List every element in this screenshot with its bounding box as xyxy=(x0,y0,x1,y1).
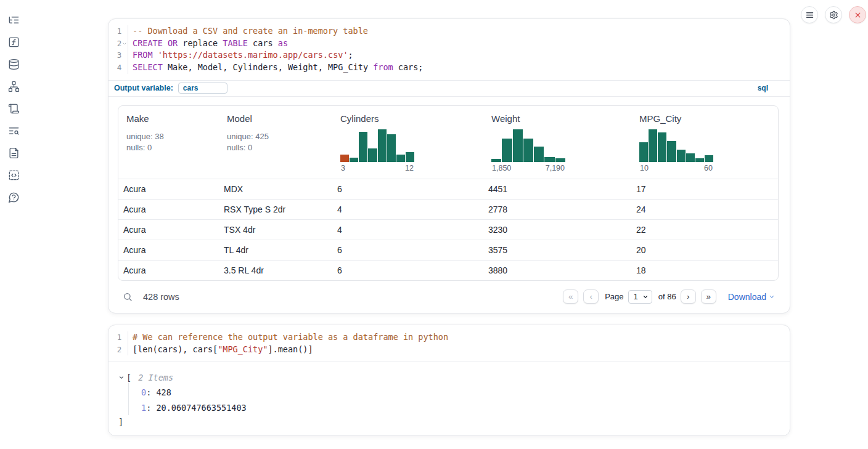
logs-icon[interactable] xyxy=(7,124,20,137)
gutter: 1 xyxy=(108,25,128,38)
settings-gear-icon xyxy=(829,10,838,20)
python-code-editor[interactable]: 1# We can reference the output variable … xyxy=(108,325,790,362)
function-icon[interactable] xyxy=(7,35,20,49)
chevron-down-icon xyxy=(769,294,775,300)
axis-label: 10 xyxy=(640,164,649,172)
code-text[interactable]: FROM 'https://datasets.marimo.app/cars.c… xyxy=(128,49,353,62)
column-histogram[interactable]: 312 xyxy=(340,129,414,172)
column-header[interactable]: Cylinders312 xyxy=(332,113,483,172)
line-number: 1 xyxy=(108,25,121,38)
table-cell: 4 xyxy=(332,204,483,214)
histogram-bar xyxy=(649,129,657,162)
last-page-button[interactable]: » xyxy=(701,289,716,304)
page-select[interactable]: 1 xyxy=(628,290,652,304)
table-row[interactable]: AcuraRSX Type S 2dr4277824 xyxy=(118,199,778,219)
menu-button[interactable] xyxy=(801,6,818,23)
histogram-bar xyxy=(491,159,501,162)
database-icon[interactable] xyxy=(7,57,20,71)
column-header[interactable]: Makeunique: 38nulls: 0 xyxy=(118,113,219,172)
code-text[interactable]: CREATE OR replace TABLE cars as xyxy=(128,38,288,50)
window-controls xyxy=(801,6,866,23)
histogram-bar xyxy=(406,152,414,162)
stat-line: unique: 38 xyxy=(126,132,213,141)
column-header[interactable]: Modelunique: 425nulls: 0 xyxy=(219,113,332,172)
table-footer: 428 rows « ‹ Page 1 of 86 › » Download xyxy=(108,281,790,313)
table-cell: 20 xyxy=(631,245,778,255)
column-header[interactable]: Weight1,8507,190 xyxy=(483,113,631,172)
table-cell: 17 xyxy=(631,184,778,194)
download-button[interactable]: Download xyxy=(728,292,775,302)
sql-code-editor[interactable]: 1-- Download a CSV and create an in-memo… xyxy=(108,19,790,80)
histogram-bar xyxy=(340,155,349,162)
histogram-bar xyxy=(387,134,396,162)
settings-button[interactable] xyxy=(825,6,842,23)
search-icon[interactable] xyxy=(123,292,133,302)
output-variable-input[interactable] xyxy=(178,83,227,94)
column-stats: unique: 425nulls: 0 xyxy=(227,132,326,152)
histogram-bar xyxy=(534,147,544,162)
line-number: 2 xyxy=(108,344,121,356)
output-variable-bar: Output variable: sql xyxy=(108,80,790,96)
column-histogram[interactable]: 1060 xyxy=(639,129,713,172)
histogram-bar xyxy=(359,132,367,162)
column-header[interactable]: MPG_City1060 xyxy=(631,113,778,172)
file-tree-icon[interactable] xyxy=(7,13,20,26)
code-text[interactable]: SELECT Make, Model, Cylinders, Weight, M… xyxy=(128,62,423,74)
histogram-axis: 1060 xyxy=(639,164,713,172)
help-icon[interactable] xyxy=(7,190,20,204)
histogram-bar xyxy=(705,155,713,162)
axis-label: 3 xyxy=(341,164,345,172)
code-text[interactable]: -- Download a CSV and create an in-memor… xyxy=(128,25,368,38)
sql-cell-output: Makeunique: 38nulls: 0Modelunique: 425nu… xyxy=(108,96,790,313)
code-text[interactable]: [len(cars), cars["MPG_City"].mean()] xyxy=(128,344,313,356)
entry-value: 20.060747663551403 xyxy=(156,403,246,413)
items-count-label: 2 Items xyxy=(138,373,173,382)
gutter: 3 xyxy=(108,49,128,62)
table-cell: 3230 xyxy=(483,225,631,235)
next-page-button[interactable]: › xyxy=(681,289,696,304)
stat-line: nulls: 0 xyxy=(126,143,213,152)
table-header: Makeunique: 38nulls: 0Modelunique: 425nu… xyxy=(118,106,778,179)
document-icon[interactable] xyxy=(7,146,20,160)
table-row[interactable]: AcuraMDX6445117 xyxy=(118,179,778,199)
column-histogram[interactable]: 1,8507,190 xyxy=(491,129,565,172)
collapse-chevron-icon[interactable] xyxy=(118,374,125,381)
dependency-graph-icon[interactable] xyxy=(7,79,20,93)
table-row[interactable]: Acura3.5 RL 4dr6388018 xyxy=(118,260,778,280)
code-text[interactable]: # We can reference the output variable a… xyxy=(128,331,448,344)
table-row[interactable]: AcuraTSX 4dr4323022 xyxy=(118,219,778,240)
scratchpad-icon[interactable] xyxy=(7,102,20,115)
download-label: Download xyxy=(728,292,766,302)
table-row[interactable]: AcuraTL 4dr6357520 xyxy=(118,240,778,260)
list-entry: 0: 428 xyxy=(141,387,777,397)
prev-page-button[interactable]: ‹ xyxy=(583,289,599,304)
language-badge: sql xyxy=(758,84,768,92)
fold-chevron-icon[interactable] xyxy=(121,38,128,50)
histogram-bar xyxy=(544,157,554,162)
histogram-bar xyxy=(555,158,565,162)
snippets-icon[interactable] xyxy=(7,168,20,182)
table-cell: 6 xyxy=(332,265,483,275)
entry-value: 428 xyxy=(156,387,171,397)
gutter: 2 xyxy=(108,344,128,356)
histogram-bar xyxy=(368,148,377,162)
notebook: 1-- Download a CSV and create an in-memo… xyxy=(108,18,790,436)
table-cell: Acura xyxy=(118,265,219,275)
table-cell: 22 xyxy=(631,225,778,235)
histogram-bar xyxy=(677,150,686,162)
code-line: 3FROM 'https://datasets.marimo.app/cars.… xyxy=(108,49,790,62)
close-button[interactable] xyxy=(849,6,866,23)
gutter: 1 xyxy=(108,331,128,344)
table-cell: 3575 xyxy=(483,245,631,255)
close-bracket: ] xyxy=(118,417,777,427)
pagination: « ‹ Page 1 of 86 › » Download xyxy=(563,289,775,304)
column-name: Cylinders xyxy=(340,113,477,124)
histogram-axis: 312 xyxy=(340,164,414,172)
list-output-header[interactable]: [ 2 Items xyxy=(118,373,777,382)
table-cell: 4 xyxy=(332,225,483,235)
first-page-button[interactable]: « xyxy=(563,289,578,304)
page-label: Page xyxy=(605,292,623,301)
table-cell: MDX xyxy=(219,184,332,194)
stat-line: unique: 425 xyxy=(227,132,326,141)
output-variable-label: Output variable: xyxy=(114,84,173,92)
